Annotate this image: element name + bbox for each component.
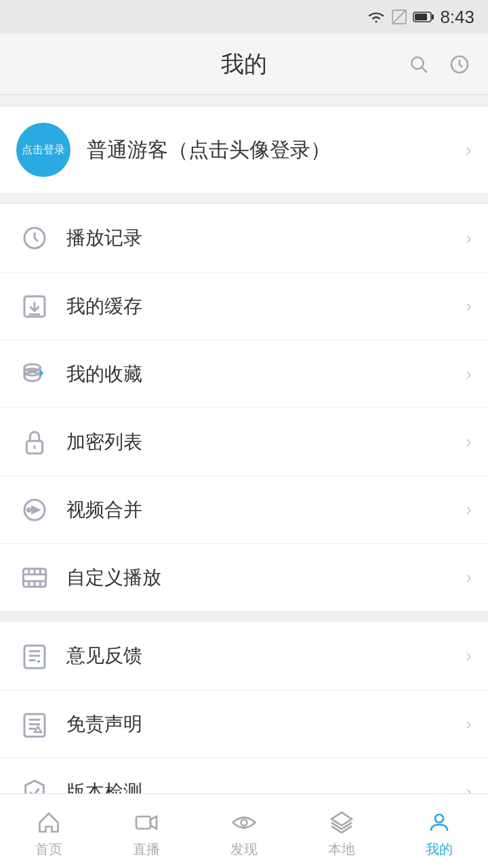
search-button[interactable]	[404, 50, 434, 79]
svg-rect-3	[432, 14, 434, 20]
layers-icon	[328, 809, 355, 836]
svg-line-6	[422, 67, 427, 72]
nav-local-label: 本地	[328, 840, 355, 859]
video-merge-icon	[16, 492, 53, 528]
nav-actions	[404, 50, 474, 79]
menu-item-play-history[interactable]: 播放记录 ›	[0, 204, 488, 272]
clock-icon	[16, 220, 53, 256]
nav-item-mine[interactable]: 我的	[390, 804, 488, 859]
custom-play-label: 自定义播放	[66, 565, 466, 591]
bottom-navigation: 首页 直播 发现 本地 我的	[0, 793, 488, 868]
svg-marker-19	[31, 505, 41, 514]
person-icon	[426, 809, 453, 836]
menu-item-encrypted-list[interactable]: 加密列表 ›	[0, 408, 488, 475]
encrypted-list-label: 加密列表	[66, 429, 466, 455]
feedback-label: 意见反馈	[66, 643, 466, 669]
menu-item-disclaimer[interactable]: 免责声明 ›	[0, 690, 488, 757]
search-icon	[408, 54, 430, 75]
home-icon	[35, 809, 62, 836]
custom-play-chevron: ›	[466, 567, 472, 588]
profile-card: 点击登录 普通游客（点击头像登录） ›	[0, 106, 488, 194]
feedback-chevron: ›	[466, 646, 472, 667]
svg-rect-4	[415, 14, 427, 20]
film-icon	[16, 559, 53, 596]
nav-home-label: 首页	[35, 840, 62, 859]
favorites-icon	[16, 356, 53, 393]
signal-icon	[391, 9, 407, 25]
wifi-icon	[367, 9, 386, 24]
menu-item-my-favorites[interactable]: 我的收藏 ›	[0, 340, 488, 408]
status-icons: 8:43	[367, 7, 474, 28]
svg-point-5	[411, 57, 423, 68]
video-icon	[133, 809, 160, 836]
eye-icon	[230, 809, 258, 836]
svg-point-41	[435, 814, 443, 823]
svg-rect-37	[136, 816, 150, 829]
status-time: 8:43	[440, 7, 474, 28]
svg-point-39	[241, 820, 247, 826]
status-bar: 8:43	[0, 0, 488, 34]
menu-group-1: 播放记录 › 我的缓存 ›	[0, 203, 488, 612]
nav-item-home[interactable]: 首页	[0, 804, 98, 859]
profile-name: 普通游客（点击头像登录）	[87, 136, 449, 164]
nav-item-local[interactable]: 本地	[293, 804, 390, 859]
nav-mine-label: 我的	[426, 840, 453, 859]
profile-chevron: ›	[466, 139, 472, 161]
my-cache-label: 我的缓存	[66, 294, 466, 319]
top-navigation: 我的	[0, 34, 488, 95]
nav-live-label: 直播	[133, 840, 160, 859]
my-cache-chevron: ›	[466, 296, 472, 317]
disclaimer-label: 免责声明	[66, 711, 466, 737]
svg-rect-29	[24, 646, 45, 668]
svg-marker-38	[150, 816, 157, 829]
svg-point-14	[24, 364, 40, 371]
profile-row[interactable]: 点击登录 普通游客（点击头像登录） ›	[0, 106, 488, 193]
download-icon	[16, 288, 53, 325]
play-history-chevron: ›	[466, 228, 472, 249]
page-title: 我的	[221, 49, 267, 80]
feedback-icon	[16, 637, 53, 674]
disclaimer-chevron: ›	[466, 713, 472, 734]
svg-line-1	[392, 10, 406, 24]
play-history-label: 播放记录	[66, 225, 466, 251]
nav-item-live[interactable]: 直播	[98, 804, 195, 859]
content-area: 点击登录 普通游客（点击头像登录） › 播放记录 ›	[0, 95, 488, 837]
nav-discover-label: 发现	[230, 840, 258, 859]
menu-item-feedback[interactable]: 意见反馈 ›	[0, 622, 488, 690]
lock-icon	[16, 424, 53, 460]
menu-item-custom-play[interactable]: 自定义播放 ›	[0, 543, 488, 611]
encrypted-list-chevron: ›	[466, 431, 472, 452]
avatar[interactable]: 点击登录	[16, 123, 70, 177]
menu-item-my-cache[interactable]: 我的缓存 ›	[0, 272, 488, 340]
svg-rect-33	[24, 714, 45, 736]
history-button[interactable]	[445, 50, 474, 79]
video-merge-chevron: ›	[466, 499, 472, 520]
svg-marker-15	[40, 370, 43, 376]
battery-icon	[413, 11, 434, 23]
menu-item-video-merge[interactable]: 视频合并 ›	[0, 475, 488, 543]
history-icon	[449, 54, 470, 75]
my-favorites-label: 我的收藏	[66, 361, 466, 387]
nav-item-discover[interactable]: 发现	[195, 804, 293, 859]
my-favorites-chevron: ›	[466, 363, 472, 384]
video-merge-label: 视频合并	[66, 497, 466, 523]
disclaimer-icon	[16, 706, 53, 743]
